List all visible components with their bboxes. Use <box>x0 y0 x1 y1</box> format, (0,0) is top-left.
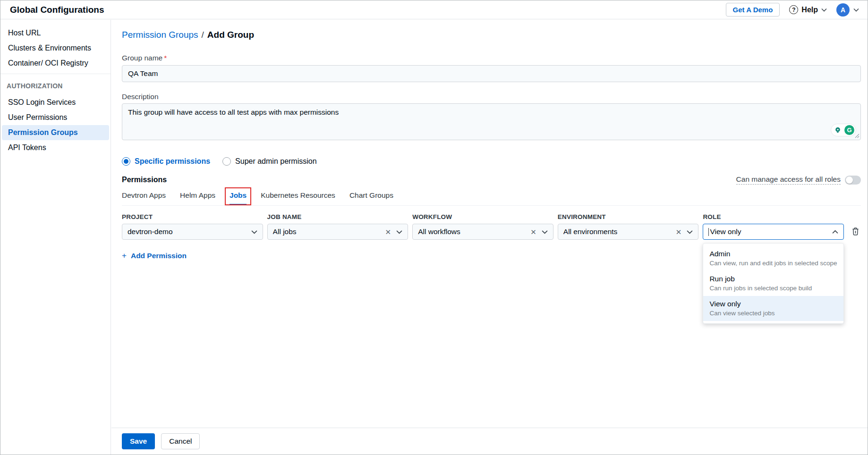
add-permission-label: Add Permission <box>131 252 187 260</box>
permissions-header-row: Permissions Can manage access for all ro… <box>122 175 861 185</box>
radio-label: Super admin permission <box>235 157 317 166</box>
column-workflow: WORKFLOW All workflows ✕ <box>412 213 553 240</box>
permission-type-radio-group: Specific permissions Super admin permiss… <box>122 157 861 166</box>
role-option-run-job[interactable]: Run job Can run jobs in selected scope b… <box>703 271 843 296</box>
group-name-input[interactable] <box>122 65 861 82</box>
textarea-resize-handle[interactable] <box>855 132 859 140</box>
permissions-heading: Permissions <box>122 176 167 184</box>
help-menu[interactable]: ? Help <box>789 5 827 14</box>
delete-permission-row-button[interactable] <box>851 227 861 236</box>
trash-icon <box>851 227 860 236</box>
grammarly-suggestion-bulb-icon[interactable] <box>833 125 842 135</box>
global-configurations-window: Global Configurations Get A Demo ? Help … <box>0 0 868 455</box>
column-job-name: JOB NAME All jobs ✕ <box>267 213 408 240</box>
chevron-down-icon <box>821 8 827 12</box>
sidebar-item-container-oci-registry[interactable]: Container/ OCI Registry <box>2 56 109 71</box>
plus-icon: + <box>122 251 127 261</box>
breadcrumb-separator: / <box>202 30 204 40</box>
help-label: Help <box>801 6 818 14</box>
column-environment: ENVIRONMENT All environments ✕ <box>558 213 699 240</box>
project-column-header: PROJECT <box>122 213 263 220</box>
manage-access-toggle[interactable] <box>845 176 861 185</box>
form-footer: Save Cancel <box>111 428 868 455</box>
group-name-label: Group name* <box>122 54 861 62</box>
user-menu[interactable]: A <box>836 3 859 17</box>
save-button[interactable]: Save <box>122 433 155 449</box>
tab-kubernetes-resources[interactable]: Kubernetes Resources <box>261 191 335 205</box>
permission-row: PROJECT devtron-demo JOB NAME <box>122 213 861 240</box>
sidebar-divider <box>0 74 111 74</box>
role-option-view-only[interactable]: View only Can view selected jobs <box>703 296 843 321</box>
avatar: A <box>836 3 850 17</box>
radio-super-admin-permission[interactable]: Super admin permission <box>222 157 317 166</box>
radio-specific-permissions[interactable]: Specific permissions <box>122 157 210 166</box>
toggle-knob <box>846 177 853 184</box>
workflow-select[interactable]: All workflows ✕ <box>412 224 553 240</box>
chevron-down-icon[interactable] <box>396 230 402 234</box>
radio-selected-icon <box>122 157 130 166</box>
sidebar-section-authorization: AUTHORIZATION <box>0 79 111 93</box>
sidebar-item-host-url[interactable]: Host URL <box>2 25 109 41</box>
help-icon: ? <box>789 5 798 14</box>
clear-icon[interactable]: ✕ <box>530 228 536 236</box>
job-name-select[interactable]: All jobs ✕ <box>267 224 408 240</box>
main-panel: Permission Groups / Add Group Group name… <box>111 20 868 455</box>
radio-label: Specific permissions <box>135 157 210 166</box>
grammarly-widget: G <box>831 124 856 136</box>
description-label: Description <box>122 93 861 101</box>
add-group-form: Permission Groups / Add Group Group name… <box>111 20 868 428</box>
chevron-up-icon[interactable] <box>832 230 838 234</box>
tab-jobs[interactable]: Jobs <box>230 191 247 205</box>
header-actions: Get A Demo ? Help A <box>726 3 859 17</box>
radio-unselected-icon <box>222 157 231 166</box>
permission-row-columns: PROJECT devtron-demo JOB NAME <box>122 213 844 240</box>
cancel-button[interactable]: Cancel <box>161 433 200 449</box>
clear-icon[interactable]: ✕ <box>676 228 682 236</box>
text-cursor <box>708 228 709 236</box>
sidebar-item-user-permissions[interactable]: User Permissions <box>2 110 109 125</box>
description-textarea[interactable]: This group will have access to all test … <box>122 103 861 140</box>
sidebar: Host URL Clusters & Environments Contain… <box>0 20 111 455</box>
role-column-header: ROLE <box>703 213 844 220</box>
description-field-wrap: This group will have access to all test … <box>122 103 861 142</box>
environment-select[interactable]: All environments ✕ <box>558 224 699 240</box>
column-role: ROLE View only Ad <box>703 213 844 240</box>
role-dropdown-menu: Admin Can view, run and edit jobs in sel… <box>703 243 844 324</box>
column-project: PROJECT devtron-demo <box>122 213 263 240</box>
chevron-down-icon[interactable] <box>687 230 693 234</box>
chevron-down-icon <box>853 8 859 12</box>
get-a-demo-button[interactable]: Get A Demo <box>726 3 780 17</box>
breadcrumb: Permission Groups / Add Group <box>122 30 861 40</box>
tab-devtron-apps[interactable]: Devtron Apps <box>122 191 166 205</box>
permissions-tabs: Devtron Apps Helm Apps Jobs Kubernetes R… <box>122 191 861 206</box>
role-select[interactable]: View only <box>703 224 844 240</box>
page-title: Global Configurations <box>10 5 104 15</box>
chevron-down-icon[interactable] <box>251 230 257 234</box>
job-name-column-header: JOB NAME <box>267 213 408 220</box>
clear-icon[interactable]: ✕ <box>385 228 391 236</box>
role-option-admin[interactable]: Admin Can view, run and edit jobs in sel… <box>703 246 843 271</box>
sidebar-item-clusters-environments[interactable]: Clusters & Environments <box>2 41 109 56</box>
tab-helm-apps[interactable]: Helm Apps <box>180 191 215 205</box>
environment-column-header: ENVIRONMENT <box>558 213 699 220</box>
sidebar-item-sso-login-services[interactable]: SSO Login Services <box>2 95 109 110</box>
add-permission-button[interactable]: + Add Permission <box>122 251 187 261</box>
manage-access-toggle-wrap: Can manage access for all roles <box>736 175 861 185</box>
app-header: Global Configurations Get A Demo ? Help … <box>0 0 868 19</box>
sidebar-item-api-tokens[interactable]: API Tokens <box>2 140 109 155</box>
grammarly-logo-icon[interactable]: G <box>844 125 854 135</box>
project-select[interactable]: devtron-demo <box>122 224 263 240</box>
tab-chart-groups[interactable]: Chart Groups <box>349 191 393 205</box>
required-asterisk: * <box>164 54 167 62</box>
breadcrumb-current: Add Group <box>207 30 254 40</box>
breadcrumb-permission-groups-link[interactable]: Permission Groups <box>122 30 198 40</box>
manage-access-toggle-label: Can manage access for all roles <box>736 175 841 185</box>
workflow-column-header: WORKFLOW <box>412 213 553 220</box>
chevron-down-icon[interactable] <box>542 230 548 234</box>
sidebar-item-permission-groups[interactable]: Permission Groups <box>2 125 109 140</box>
